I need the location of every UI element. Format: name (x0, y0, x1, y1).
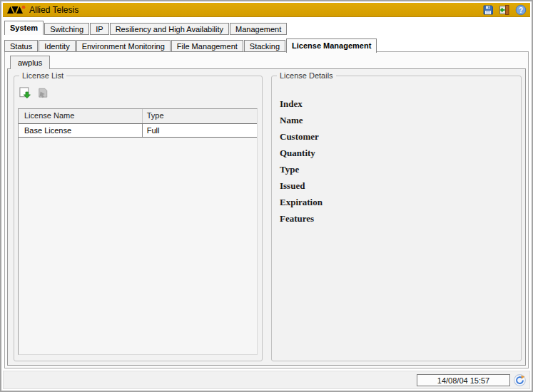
license-table-header: License Name Type (19, 109, 257, 123)
license-list-toolbar (19, 86, 50, 100)
last-refresh-timestamp: 14/08/04 15:57 (417, 374, 510, 386)
app-window: Allied Telesis ? System Switchin (0, 0, 533, 392)
primary-tabbar: System Switching IP Resiliency and High … (4, 21, 288, 35)
license-table: License Name Type Base License Full (18, 108, 258, 355)
tab-status[interactable]: Status (4, 40, 38, 52)
field-label-type: Type (280, 164, 323, 180)
field-label-features: Features (280, 213, 323, 229)
license-details-title: License Details (277, 71, 336, 80)
refresh-icon[interactable] (514, 374, 526, 386)
svg-text:?: ? (519, 6, 523, 14)
save-icon[interactable] (482, 4, 494, 16)
help-icon[interactable]: ? (515, 4, 527, 16)
field-label-expiration: Expiration (280, 197, 323, 213)
add-license-icon (19, 86, 32, 100)
tab-identity[interactable]: Identity (39, 40, 75, 52)
tab-awplus[interactable]: awplus (10, 56, 50, 69)
license-type-cell: Full (143, 124, 257, 137)
license-details-groupbox: License Details Index Name Customer Quan… (271, 71, 522, 361)
statusbar: 14/08/04 15:57 (3, 371, 530, 389)
tab-management[interactable]: Management (230, 23, 287, 35)
tab-stacking[interactable]: Stacking (244, 40, 285, 52)
license-details-fields: Index Name Customer Quantity Type Issued… (280, 98, 323, 229)
logout-icon[interactable] (499, 4, 510, 16)
license-name-cell: Base License (19, 124, 143, 137)
column-header-license-name[interactable]: License Name (19, 109, 143, 123)
field-label-customer: Customer (280, 131, 323, 148)
license-list-title: License List (19, 71, 66, 80)
remove-license-button[interactable] (36, 86, 50, 100)
tab-resiliency-and-high-availability[interactable]: Resiliency and High Availability (110, 23, 229, 35)
secondary-tabbar: Status Identity Environment Monitoring F… (4, 37, 377, 52)
license-list-groupbox: License List (14, 71, 263, 361)
tab-system[interactable]: System (4, 21, 44, 35)
field-label-quantity: Quantity (280, 148, 323, 164)
table-row-base-license[interactable]: Base License Full (19, 123, 257, 138)
tab-switching[interactable]: Switching (44, 23, 89, 35)
awplus-panel: License List (7, 68, 526, 366)
tab-file-management[interactable]: File Management (171, 40, 243, 52)
license-management-page: awplus License List (4, 51, 529, 368)
tab-ip[interactable]: IP (90, 23, 108, 35)
titlebar: Allied Telesis ? (3, 3, 530, 17)
tab-license-management[interactable]: License Management (286, 38, 377, 53)
allied-telesis-logo-icon (6, 5, 26, 15)
field-label-name: Name (280, 115, 323, 131)
field-label-index: Index (280, 98, 323, 115)
add-license-button[interactable] (19, 86, 32, 100)
column-header-type[interactable]: Type (143, 109, 257, 123)
app-title: Allied Telesis (29, 5, 78, 15)
tab-environment-monitoring[interactable]: Environment Monitoring (76, 40, 171, 52)
field-label-issued: Issued (280, 180, 323, 197)
remove-license-icon (36, 86, 50, 100)
